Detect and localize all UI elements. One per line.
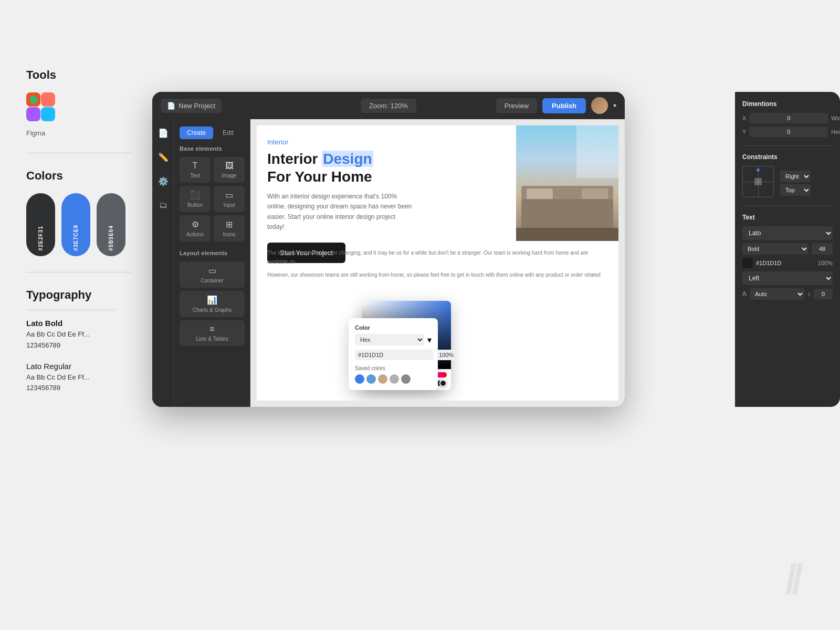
x-input[interactable]	[749, 113, 828, 123]
text-align-select[interactable]: Left	[742, 271, 833, 285]
swatch-label-blue: #3E7CE8	[73, 225, 79, 251]
saved-color-1[interactable]	[355, 374, 364, 384]
type-bold-preview: Aa Bb Cc Dd Ee Ff...	[26, 329, 131, 340]
right-panel: Dimentions X Width Y Height Constraints …	[735, 92, 840, 407]
element-button[interactable]: ⬛ Button	[180, 186, 211, 212]
x-row: X Width	[742, 113, 833, 123]
text-extras-row: A Auto ↕	[742, 288, 833, 300]
element-actions[interactable]: ⚙ Actions	[180, 215, 211, 242]
type-bold-name: Lato Bold	[26, 319, 131, 328]
color-section-label: Color	[355, 324, 432, 331]
color-preview-swatch[interactable]	[742, 258, 753, 268]
avatar	[591, 97, 608, 114]
canvas-bottom-text: The lockdown situation is ever changing,…	[267, 248, 608, 279]
canvas-bottom: The lockdown situation is ever changing,…	[257, 241, 618, 287]
saved-color-3[interactable]	[378, 374, 387, 384]
font-style-row: Bold	[742, 243, 833, 255]
chevron-down-button[interactable]: ▾	[613, 102, 616, 109]
swatch-dark[interactable]: #2E2F31	[26, 193, 55, 256]
y-label: Y	[742, 129, 746, 135]
font-style-select[interactable]: Bold	[742, 243, 808, 255]
font-family-select[interactable]: Lato	[742, 226, 833, 240]
cross-center: +	[754, 178, 762, 185]
font-size-input[interactable]	[812, 243, 833, 255]
publish-button[interactable]: Publish	[542, 98, 586, 113]
new-project-label: New Project	[178, 102, 215, 110]
swatch-label-dark: #2E2F31	[38, 226, 44, 251]
saved-colors-row	[355, 374, 432, 384]
window-light	[576, 125, 618, 178]
right-constraint-select[interactable]: Right	[780, 171, 811, 182]
document-icon: 📄	[167, 102, 175, 110]
saved-color-2[interactable]	[366, 374, 376, 384]
type-regular-name: Lato Regular	[26, 362, 131, 371]
base-elements-title: Base elements	[180, 145, 245, 152]
top-constraint-select[interactable]: Top	[780, 184, 811, 196]
element-charts[interactable]: 📊 Charts & Graphs	[180, 291, 245, 317]
elements-panel: Create Edit Base elements T Text 🖼 Image…	[174, 119, 250, 407]
panel-divider-1	[742, 145, 833, 146]
title-part1: Interior	[267, 151, 322, 167]
y-input[interactable]	[749, 127, 828, 137]
type-sample-bold: Lato Bold Aa Bb Cc Dd Ee Ff... 123456789	[26, 319, 131, 351]
svg-rect-2	[26, 107, 40, 121]
charts-label: Charts & Graphs	[193, 307, 232, 313]
hex-value-input[interactable]	[355, 350, 434, 360]
color-info-panel: Color Hex ▾ Saved colors	[349, 318, 438, 390]
canvas-content: Interior Interior Design For Your Home W…	[257, 125, 618, 401]
element-image[interactable]: 🖼 Image	[214, 157, 245, 183]
hex-row: Hex ▾	[355, 334, 432, 345]
layout-elements-title: Layout elements	[180, 250, 245, 256]
constraints-section: Constraints + Right Top	[742, 153, 833, 197]
saved-color-4[interactable]	[390, 374, 399, 384]
page-icon[interactable]: 📄	[156, 125, 171, 140]
edit-tab[interactable]: Edit	[215, 127, 241, 139]
create-tab[interactable]: Create	[180, 127, 213, 139]
editor-topbar: 📄 New Project Zoom: 120% Preview Publish…	[152, 92, 625, 119]
editor-container: 📄 New Project Zoom: 120% Preview Publish…	[152, 92, 625, 407]
actions-label: Actions	[186, 232, 204, 237]
swatch-gray[interactable]: #5B5E64	[97, 193, 125, 256]
element-container[interactable]: ▭ Container	[180, 261, 245, 288]
y-row: Y Height	[742, 127, 833, 137]
icons-icon: ⊞	[226, 219, 233, 229]
create-edit-tabs: Create Edit	[180, 127, 245, 139]
color-opacity-value: 100%	[818, 260, 833, 266]
element-input[interactable]: ▭ Input	[214, 186, 245, 212]
constraint-dot-top	[757, 169, 760, 172]
type-regular-preview: Aa Bb Cc Dd Ee Ff...	[26, 372, 131, 383]
input-label: Input	[223, 202, 235, 208]
opacity-input[interactable]	[437, 350, 456, 360]
layers-icon[interactable]: 🗂	[156, 198, 171, 213]
element-text[interactable]: T Text	[180, 157, 211, 183]
color-row: #1D1D1D 100%	[742, 258, 833, 268]
svg-point-5	[44, 96, 51, 103]
typography-section: Typography Lato Bold Aa Bb Cc Dd Ee Ff..…	[26, 288, 131, 394]
type-regular-numbers: 123456789	[26, 383, 131, 394]
canvas-top: Interior Interior Design For Your Home W…	[257, 125, 618, 241]
colors-section: Colors #2E2F31 #3E7CE8 #5B5E64	[26, 169, 131, 256]
line-height-icon: ↕	[807, 290, 811, 298]
preview-button[interactable]: Preview	[496, 98, 537, 113]
gear-icon[interactable]: ⚙️	[156, 174, 171, 188]
element-lists[interactable]: ≡ Lists & Tables	[180, 320, 245, 346]
pen-icon[interactable]: ✏️	[156, 150, 171, 164]
constraint-cross: +	[742, 166, 774, 197]
auto-height-select[interactable]: Auto	[750, 288, 804, 300]
interior-title: Interior Design For Your Home	[267, 150, 506, 185]
new-project-button[interactable]: 📄 New Project	[161, 99, 222, 113]
hex-format-select[interactable]: Hex	[355, 334, 424, 345]
constraint-selects: Right Top	[780, 171, 811, 196]
container-icon: ▭	[208, 266, 216, 276]
element-icons[interactable]: ⊞ Icons	[214, 215, 245, 242]
swatch-blue[interactable]: #3E7CE8	[61, 193, 90, 256]
height-label: Height	[831, 129, 840, 135]
saved-color-5[interactable]	[401, 374, 411, 384]
dimensions-section: Dimentions X Width Y Height	[742, 100, 833, 137]
dimensions-title: Dimentions	[742, 100, 833, 108]
figma-label: Figma	[26, 129, 45, 137]
base-elements-grid: T Text 🖼 Image ⬛ Button ▭ Input ⚙ Act	[180, 157, 245, 242]
line-height-input[interactable]	[814, 289, 833, 299]
button-icon: ⬛	[190, 190, 201, 200]
alpha-handle[interactable]	[439, 380, 447, 387]
